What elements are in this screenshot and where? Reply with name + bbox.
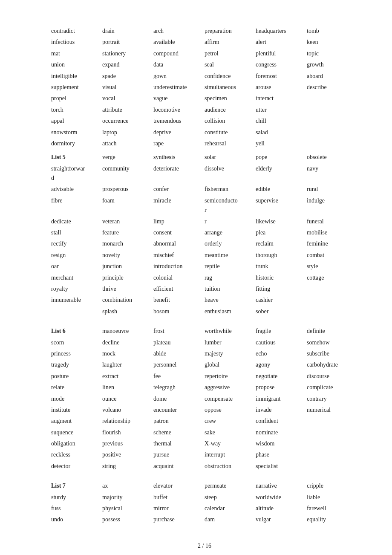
- word-cell: confident: [256, 416, 307, 427]
- list7-grid: List 7axelevatorpermeatenarrativecripple…: [51, 480, 358, 526]
- word-cell: vocal: [102, 93, 153, 104]
- word-cell: suquence: [51, 427, 102, 438]
- word-cell: propose: [256, 382, 307, 393]
- word-cell: funeral: [307, 216, 358, 227]
- word-cell: confer: [153, 184, 205, 195]
- word-cell: consent: [153, 227, 205, 238]
- word-cell: infectious: [51, 37, 102, 48]
- word-cell: alert: [256, 37, 307, 48]
- word-cell: vulgar: [256, 514, 307, 525]
- word-cell: farewell: [307, 503, 358, 514]
- word-cell: benefit: [153, 295, 205, 306]
- word-cell: princess: [51, 348, 102, 359]
- list5-section: List 5vergesynthesissolarpopeobsoletestr…: [51, 152, 358, 317]
- word-cell: rag: [205, 272, 256, 283]
- word-cell: propel: [51, 93, 102, 104]
- word-cell: royalty: [51, 283, 102, 295]
- word-cell: vague: [153, 93, 205, 104]
- word-cell: immigrant: [256, 393, 307, 405]
- word-cell: thorough: [256, 250, 307, 261]
- word-cell: laptop: [102, 127, 153, 138]
- word-cell: compound: [153, 48, 205, 59]
- word-cell: feminine: [307, 238, 358, 249]
- word-cell: limp: [153, 216, 205, 227]
- word-cell: miracle: [153, 195, 205, 216]
- word-cell: veteran: [102, 216, 153, 227]
- page-number: 2 / 16: [51, 543, 358, 549]
- word-cell: petrol: [205, 48, 256, 59]
- word-cell: tremendous: [153, 116, 205, 127]
- word-cell: junction: [102, 261, 153, 272]
- word-cell: resign: [51, 250, 102, 261]
- word-cell: acquaint: [153, 461, 205, 472]
- word-cell: mobilise: [307, 227, 358, 238]
- word-cell: indulge: [307, 195, 358, 216]
- word-cell: encounter: [153, 405, 205, 416]
- word-cell: affirm: [205, 37, 256, 48]
- word-cell: X-way: [205, 438, 256, 449]
- word-cell: somehow: [307, 337, 358, 348]
- word-cell: liable: [307, 492, 358, 503]
- word-cell: cautious: [256, 337, 307, 348]
- word-cell: novelty: [102, 250, 153, 261]
- word-cell: preparation: [205, 26, 256, 37]
- word-cell: permeate: [205, 480, 256, 491]
- word-cell: meantime: [205, 250, 256, 261]
- word-cell: growth: [307, 59, 358, 70]
- word-cell: [307, 438, 358, 449]
- word-cell: congress: [256, 59, 307, 70]
- word-cell: scheme: [153, 427, 205, 438]
- word-cell: ounce: [102, 393, 153, 405]
- word-cell: mischief: [153, 250, 205, 261]
- word-cell: contradict: [51, 26, 102, 37]
- word-cell: lumber: [205, 337, 256, 348]
- word-cell: dedicate: [51, 216, 102, 227]
- word-cell: thermal: [153, 438, 205, 449]
- word-cell: dam: [205, 514, 256, 525]
- word-cell: underestimate: [153, 82, 205, 93]
- word-cell: personnel: [153, 359, 205, 370]
- word-cell: altitude: [256, 503, 307, 514]
- word-cell: community: [102, 163, 153, 184]
- word-cell: synthesis: [153, 152, 205, 163]
- word-cell: trunk: [256, 261, 307, 272]
- word-cell: posture: [51, 371, 102, 382]
- word-cell: crew: [205, 416, 256, 427]
- word-cell: possess: [102, 514, 153, 525]
- word-cell: utter: [256, 104, 307, 116]
- word-cell: mat: [51, 48, 102, 59]
- word-cell: solar: [205, 152, 256, 163]
- word-cell: agony: [256, 359, 307, 370]
- word-cell: arrange: [205, 227, 256, 238]
- word-cell: nominate: [256, 427, 307, 438]
- word-cell: sake: [205, 427, 256, 438]
- word-cell: aggressive: [205, 382, 256, 393]
- word-cell: compensate: [205, 393, 256, 405]
- word-cell: [307, 138, 358, 149]
- word-cell: advisable: [51, 184, 102, 195]
- word-cell: visual: [102, 82, 153, 93]
- word-cell: historic: [256, 272, 307, 283]
- continuation-section: contradictdrainarchpreparationheadquarte…: [51, 26, 358, 149]
- word-cell: prosperous: [102, 184, 153, 195]
- word-cell: attach: [102, 138, 153, 149]
- word-cell: rehearsal: [205, 138, 256, 149]
- word-cell: dormitory: [51, 138, 102, 149]
- word-cell: fibre: [51, 195, 102, 216]
- word-cell: fitting: [256, 283, 307, 295]
- word-cell: extract: [102, 371, 153, 382]
- word-cell: physical: [102, 503, 153, 514]
- word-cell: worldwide: [256, 492, 307, 503]
- word-cell: enthusiasm: [205, 306, 256, 317]
- word-cell: [307, 295, 358, 306]
- word-cell: telegragh: [153, 382, 205, 393]
- word-cell: mirror: [153, 503, 205, 514]
- word-cell: style: [307, 261, 358, 272]
- word-cell: phase: [256, 449, 307, 460]
- word-cell: aboard: [307, 71, 358, 82]
- word-cell: available: [153, 37, 205, 48]
- word-cell: tuition: [205, 283, 256, 295]
- word-cell: describe: [307, 82, 358, 93]
- word-cell: interact: [256, 93, 307, 104]
- word-cell: institute: [51, 405, 102, 416]
